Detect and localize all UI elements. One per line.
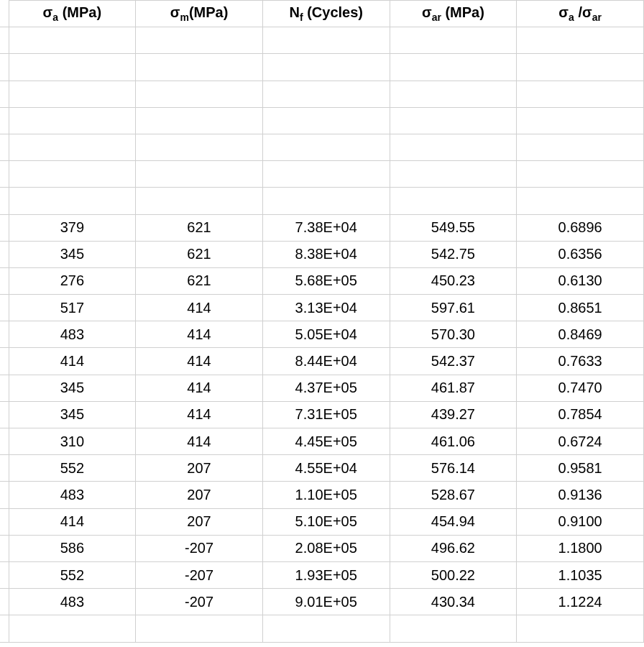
cell-ratio[interactable]: 0.9581 <box>517 455 644 482</box>
cell-sigma-ar[interactable]: 430.34 <box>390 589 517 615</box>
cell-ratio[interactable]: 0.9100 <box>517 508 644 535</box>
cell-nf[interactable]: 4.55E+04 <box>262 455 390 482</box>
cell-ratio[interactable]: 0.9136 <box>517 482 644 508</box>
cell-sigma-ar[interactable]: 570.30 <box>390 321 517 348</box>
cell-sigma-ar[interactable]: 461.87 <box>390 375 517 401</box>
cell-sigma-m[interactable]: 414 <box>136 401 263 428</box>
empty-cell[interactable] <box>136 161 263 188</box>
cell-nf[interactable]: 4.37E+05 <box>262 375 390 401</box>
cell-sigma-a[interactable]: 414 <box>9 508 136 535</box>
empty-cell[interactable] <box>136 81 263 107</box>
cell-ratio[interactable]: 1.1800 <box>517 535 644 561</box>
cell-nf[interactable]: 2.08E+05 <box>262 535 390 561</box>
empty-cell[interactable] <box>517 27 644 54</box>
empty-cell[interactable] <box>390 81 517 107</box>
empty-cell[interactable] <box>262 188 390 214</box>
cell-sigma-m[interactable]: 414 <box>136 321 263 348</box>
cell-ratio[interactable]: 0.6356 <box>517 241 644 267</box>
empty-cell[interactable] <box>390 188 517 214</box>
empty-cell[interactable] <box>517 188 644 214</box>
cell-ratio[interactable]: 0.7470 <box>517 375 644 401</box>
cell-sigma-a[interactable]: 379 <box>9 214 136 241</box>
cell-sigma-a[interactable]: 483 <box>9 589 136 615</box>
cell-sigma-a[interactable]: 345 <box>9 241 136 267</box>
cell-sigma-ar[interactable]: 450.23 <box>390 267 517 294</box>
empty-cell[interactable] <box>9 107 136 134</box>
cell-sigma-a[interactable]: 276 <box>9 267 136 294</box>
empty-cell[interactable] <box>517 134 644 160</box>
empty-cell[interactable] <box>262 81 390 107</box>
empty-cell[interactable] <box>390 27 517 54</box>
cell-sigma-ar[interactable]: 454.94 <box>390 508 517 535</box>
empty-cell[interactable] <box>517 81 644 107</box>
cell-ratio[interactable]: 0.7854 <box>517 401 644 428</box>
cell-sigma-m[interactable]: 414 <box>136 295 263 321</box>
cell-sigma-a[interactable]: 586 <box>9 535 136 561</box>
cell-sigma-m[interactable]: 621 <box>136 214 263 241</box>
cell-sigma-a[interactable]: 552 <box>9 561 136 588</box>
cell-sigma-ar[interactable]: 500.22 <box>390 561 517 588</box>
cell-sigma-m[interactable]: 414 <box>136 428 263 455</box>
empty-cell[interactable] <box>9 188 136 214</box>
cell-sigma-ar[interactable]: 439.27 <box>390 401 517 428</box>
cell-nf[interactable]: 3.13E+04 <box>262 295 390 321</box>
cell-nf[interactable]: 1.93E+05 <box>262 561 390 588</box>
cell-sigma-m[interactable]: 621 <box>136 241 263 267</box>
cell-nf[interactable]: 8.38E+04 <box>262 241 390 267</box>
empty-cell[interactable] <box>390 161 517 188</box>
cell-ratio[interactable]: 0.6896 <box>517 214 644 241</box>
cell-sigma-m[interactable]: 414 <box>136 348 263 375</box>
cell-sigma-m[interactable]: 207 <box>136 455 263 482</box>
empty-cell[interactable] <box>517 54 644 81</box>
cell-ratio[interactable]: 0.8651 <box>517 295 644 321</box>
cell-ratio[interactable]: 1.1035 <box>517 561 644 588</box>
empty-cell[interactable] <box>136 134 263 160</box>
empty-cell[interactable] <box>390 107 517 134</box>
cell-sigma-a[interactable]: 552 <box>9 455 136 482</box>
cell-sigma-ar[interactable]: 528.67 <box>390 482 517 508</box>
cell-sigma-ar[interactable]: 542.37 <box>390 348 517 375</box>
empty-cell[interactable] <box>136 107 263 134</box>
empty-cell[interactable] <box>517 161 644 188</box>
empty-cell[interactable] <box>9 161 136 188</box>
cell-sigma-m[interactable]: 414 <box>136 375 263 401</box>
cell-nf[interactable]: 5.10E+05 <box>262 508 390 535</box>
cell-sigma-a[interactable]: 345 <box>9 401 136 428</box>
cell-sigma-ar[interactable]: 542.75 <box>390 241 517 267</box>
cell-sigma-a[interactable]: 483 <box>9 482 136 508</box>
cell-nf[interactable]: 7.38E+04 <box>262 214 390 241</box>
empty-cell[interactable] <box>9 615 136 642</box>
cell-sigma-m[interactable]: -207 <box>136 535 263 561</box>
cell-sigma-a[interactable]: 310 <box>9 428 136 455</box>
empty-cell[interactable] <box>262 615 390 642</box>
empty-cell[interactable] <box>9 54 136 81</box>
cell-sigma-m[interactable]: 207 <box>136 508 263 535</box>
empty-cell[interactable] <box>136 615 263 642</box>
cell-nf[interactable]: 1.10E+05 <box>262 482 390 508</box>
cell-sigma-ar[interactable]: 549.55 <box>390 214 517 241</box>
empty-cell[interactable] <box>262 54 390 81</box>
cell-nf[interactable]: 9.01E+05 <box>262 589 390 615</box>
cell-nf[interactable]: 5.05E+04 <box>262 321 390 348</box>
cell-ratio[interactable]: 0.6724 <box>517 428 644 455</box>
empty-cell[interactable] <box>9 134 136 160</box>
cell-sigma-ar[interactable]: 461.06 <box>390 428 517 455</box>
cell-sigma-m[interactable]: 207 <box>136 482 263 508</box>
empty-cell[interactable] <box>517 107 644 134</box>
empty-cell[interactable] <box>390 615 517 642</box>
empty-cell[interactable] <box>136 54 263 81</box>
cell-ratio[interactable]: 0.6130 <box>517 267 644 294</box>
empty-cell[interactable] <box>136 188 263 214</box>
empty-cell[interactable] <box>9 27 136 54</box>
empty-cell[interactable] <box>9 81 136 107</box>
cell-nf[interactable]: 5.68E+05 <box>262 267 390 294</box>
cell-ratio[interactable]: 0.8469 <box>517 321 644 348</box>
cell-nf[interactable]: 8.44E+04 <box>262 348 390 375</box>
cell-nf[interactable]: 7.31E+05 <box>262 401 390 428</box>
empty-cell[interactable] <box>390 134 517 160</box>
cell-sigma-ar[interactable]: 597.61 <box>390 295 517 321</box>
cell-sigma-ar[interactable]: 576.14 <box>390 455 517 482</box>
cell-sigma-ar[interactable]: 496.62 <box>390 535 517 561</box>
cell-sigma-m[interactable]: 621 <box>136 267 263 294</box>
empty-cell[interactable] <box>262 134 390 160</box>
